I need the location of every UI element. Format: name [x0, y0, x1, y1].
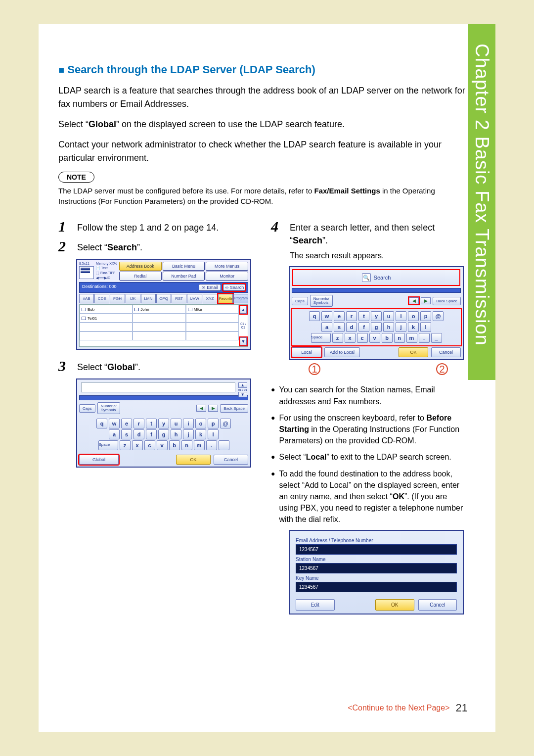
cancel-button[interactable]: Cancel — [214, 455, 248, 465]
key-v[interactable]: v — [157, 440, 168, 450]
key-d[interactable]: d — [134, 429, 144, 439]
key-h[interactable]: h — [383, 322, 394, 332]
key-k[interactable]: k — [195, 429, 206, 439]
key-.[interactable]: . — [419, 333, 430, 343]
key-s[interactable]: s — [121, 429, 132, 439]
key-b[interactable]: b — [169, 440, 180, 450]
scroll-up-button[interactable]: ▲ — [240, 306, 247, 314]
key-l[interactable]: l — [420, 322, 431, 332]
key-b[interactable]: b — [382, 333, 393, 343]
ok-button[interactable]: OK — [399, 347, 428, 357]
tab-opq[interactable]: OPQ — [156, 294, 171, 303]
tab-fgh[interactable]: FGH — [110, 294, 125, 303]
key-z[interactable]: z — [332, 333, 343, 343]
tab-lmn[interactable]: LMN — [141, 294, 156, 303]
key-y[interactable]: y — [158, 419, 169, 428]
key-i[interactable]: i — [396, 311, 406, 321]
basic-menu-button[interactable]: Basic Menu — [163, 262, 205, 271]
key-x[interactable]: x — [132, 440, 143, 450]
scroll-down-button[interactable]: ▼ — [240, 337, 247, 345]
tab-rst[interactable]: RST — [172, 294, 186, 303]
key-c[interactable]: c — [144, 440, 155, 450]
key-j[interactable]: j — [396, 322, 406, 332]
key-_[interactable]: _ — [431, 333, 442, 343]
key-m[interactable]: m — [194, 440, 205, 450]
list-item[interactable]: Mike — [186, 305, 239, 314]
key-w[interactable]: w — [109, 419, 120, 428]
key-_[interactable]: _ — [219, 440, 229, 450]
key-y[interactable]: y — [371, 311, 382, 321]
key-r[interactable]: r — [134, 419, 144, 428]
list-item[interactable]: Tel01 — [80, 314, 133, 323]
key-e[interactable]: e — [334, 311, 345, 321]
key-v[interactable]: v — [369, 333, 380, 343]
key-p[interactable]: p — [208, 419, 219, 428]
scroll-down-button[interactable]: ▼ — [238, 392, 247, 397]
number-pad-button[interactable]: Number Pad — [163, 272, 205, 281]
local-button[interactable]: Local — [292, 347, 321, 357]
key-u[interactable]: u — [383, 311, 394, 321]
key-j[interactable]: j — [183, 429, 194, 439]
cursor-right-button[interactable]: ▶ — [208, 405, 218, 412]
scroll-up-button[interactable]: ▲ — [238, 382, 247, 388]
key-k[interactable]: k — [408, 322, 419, 332]
space-button[interactable]: Space — [98, 440, 118, 450]
tab-uvw[interactable]: UVW — [187, 294, 202, 303]
key-g[interactable]: g — [158, 429, 169, 439]
numeric-symbols-button[interactable]: Numeric/ Symbols — [97, 402, 120, 414]
ok-button[interactable]: OK — [176, 455, 211, 465]
more-menus-button[interactable]: More Menus — [206, 262, 248, 271]
email-button[interactable]: ✉ Email — [199, 284, 221, 291]
caps-button[interactable]: Caps — [79, 404, 95, 413]
key-w[interactable]: w — [321, 311, 332, 321]
edit-button[interactable]: Edit — [296, 599, 335, 611]
address-book-button[interactable]: Address Book — [119, 262, 162, 271]
numeric-symbols-button[interactable]: Numeric/ Symbols — [310, 295, 333, 307]
key-o[interactable]: o — [408, 311, 419, 321]
tab-favorites[interactable]: Favorites — [218, 294, 233, 303]
tab-ijk[interactable]: IJK — [126, 294, 140, 303]
key-n[interactable]: n — [394, 333, 405, 343]
search-button[interactable]: ∞ Search — [223, 284, 245, 291]
backspace-button[interactable]: Back Space — [220, 404, 248, 413]
key-i[interactable]: i — [183, 419, 194, 428]
key-@[interactable]: @ — [433, 311, 444, 321]
list-item[interactable]: John — [133, 305, 185, 314]
key-r[interactable]: r — [346, 311, 357, 321]
text-input[interactable] — [81, 382, 235, 392]
key-f[interactable]: f — [358, 322, 369, 332]
cancel-button[interactable]: Cancel — [431, 347, 461, 357]
key-a[interactable]: a — [321, 322, 332, 332]
key-@[interactable]: @ — [220, 419, 231, 428]
key-f[interactable]: f — [146, 429, 157, 439]
key-c[interactable]: c — [357, 333, 368, 343]
key-t[interactable]: t — [358, 311, 369, 321]
key-p[interactable]: p — [420, 311, 431, 321]
cursor-left-button[interactable]: ◀ — [409, 297, 419, 304]
key-n[interactable]: n — [181, 440, 192, 450]
key-q[interactable]: q — [309, 311, 320, 321]
key-e[interactable]: e — [121, 419, 132, 428]
ok-button[interactable]: OK — [375, 599, 414, 611]
redial-button[interactable]: Redial — [119, 272, 162, 281]
key-d[interactable]: d — [346, 322, 357, 332]
key-m[interactable]: m — [406, 333, 417, 343]
key-z[interactable]: z — [120, 440, 131, 450]
backspace-button[interactable]: Back Space — [433, 297, 461, 305]
continue-link[interactable]: <Continue to the Next Page> — [348, 704, 449, 712]
key-t[interactable]: t — [146, 419, 157, 428]
add-to-local-button[interactable]: Add to Local — [324, 347, 360, 357]
cursor-right-button[interactable]: ▶ — [421, 297, 431, 304]
cursor-left-button[interactable]: ◀ — [196, 405, 206, 412]
space-button[interactable]: Space — [311, 333, 331, 343]
list-item[interactable]: Bob — [80, 305, 133, 314]
key-s[interactable]: s — [334, 322, 345, 332]
tab-ab[interactable]: #AB — [79, 294, 94, 303]
search-banner[interactable]: 🔍 Search — [293, 270, 459, 285]
key-a[interactable]: a — [109, 429, 120, 439]
key-u[interactable]: u — [171, 419, 181, 428]
cancel-button[interactable]: Cancel — [418, 599, 457, 611]
tab-xyz[interactable]: XYZ — [203, 294, 218, 303]
key-h[interactable]: h — [171, 429, 181, 439]
key-name-field[interactable]: 1234567 — [296, 582, 457, 592]
